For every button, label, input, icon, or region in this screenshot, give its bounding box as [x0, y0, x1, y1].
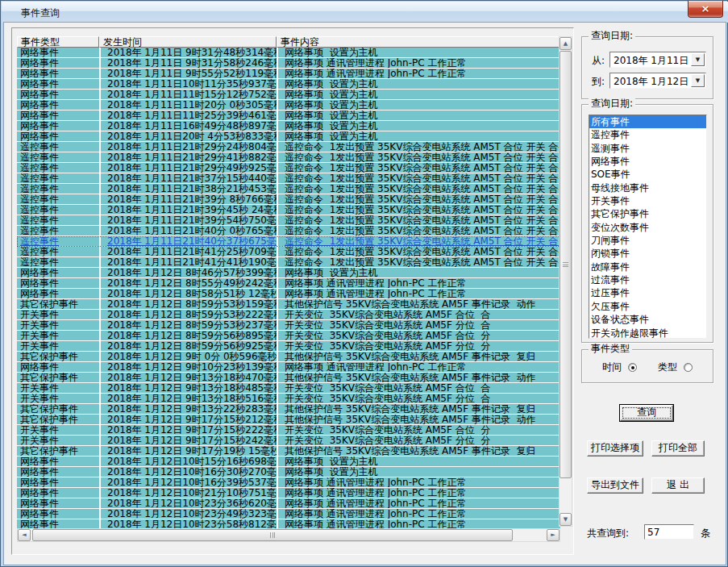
header-event-content[interactable]: 事件内容	[277, 36, 560, 48]
list-item[interactable]: 网络事件	[589, 155, 706, 168]
table-row[interactable]: 开关事件2018年 1月12日 8时59分53秒237毫秒开关变位 35KV综合…	[17, 320, 560, 331]
table-cell: 其它保护事件	[17, 404, 99, 414]
list-item[interactable]: 开关事件	[589, 194, 706, 207]
to-date-dropdown[interactable]: 2018年 1月12日 ▼	[609, 73, 706, 89]
table-row[interactable]: 开关事件2018年 1月12日 9时13分18秒516毫秒开关变位 35KV综合…	[17, 394, 560, 404]
table-row[interactable]: 网络事件2018年 1月12日10时23分58秒812毫秒网络事项 通讯管理进程…	[17, 519, 560, 528]
table-row[interactable]: 网络事件2018年 1月12日 8时55分49秒242毫秒网络事项 通讯管理进程…	[17, 278, 560, 289]
table-row[interactable]: 遥控事件2018年 1月11日21时41分41秒190毫秒遥控命令 1发出预置 …	[17, 257, 560, 268]
query-button[interactable]: 查询	[620, 405, 673, 421]
from-date-dropdown[interactable]: 2018年 1月11日 ▼	[609, 52, 706, 68]
list-item[interactable]: 过流事件	[589, 273, 706, 286]
table-row[interactable]: 网络事件2018年 1月12日10时23分49秒323毫秒网络事项 通讯管理进程…	[17, 509, 560, 519]
radio-time[interactable]: 时间	[602, 361, 637, 374]
table-row[interactable]: 网络事件2018年 1月11日10时11分35秒937毫秒网络事项 设置为主机	[17, 79, 560, 90]
header-event-type[interactable]: 事件类型	[17, 36, 99, 48]
radio-type-circle-icon[interactable]	[684, 363, 693, 372]
table-row[interactable]: 网络事件2018年 1月11日11时20分 0秒305毫秒网络事项 设置为主机	[17, 100, 560, 110]
table-row[interactable]: 遥控事件2018年 1月11日21时29分41秒882毫秒遥控命令 1发出预置 …	[17, 152, 560, 163]
table-row[interactable]: 网络事件2018年 1月11日20时 4分53秒833毫秒网络事项 设置为主机	[17, 131, 560, 142]
list-item[interactable]: 母线接地事件	[589, 181, 706, 194]
list-item[interactable]: 欠压事件	[589, 300, 706, 313]
event-query-window: 事件查询 × 事件类型 发生时间 事件内容 网络事件2018年 1月11日 9时…	[0, 0, 728, 567]
table-row[interactable]: 遥控事件2018年 1月11日21时39分 8秒766毫秒遥控命令 1发出预置 …	[17, 194, 560, 205]
horizontal-scrollbar[interactable]: ◄ ►	[17, 528, 560, 542]
table-row[interactable]: 网络事件2018年 1月12日 8时46分57秒399毫秒网络事项 设置为主机	[17, 268, 560, 278]
list-item[interactable]: 闭锁事件	[589, 247, 706, 260]
table-row[interactable]: 开关事件2018年 1月12日 9时17分15秒242毫秒开关变位 35KV综合…	[17, 436, 560, 446]
table-cell: 2018年 1月11日 9时31分58秒246毫秒	[99, 58, 277, 68]
table-row[interactable]: 其它保护事件2018年 1月12日 9时13分18秒470毫秒其他保护信号 35…	[17, 373, 560, 383]
table-row[interactable]: 网络事件2018年 1月12日 9时10分23秒139毫秒网络事项 通讯管理进程…	[17, 362, 560, 373]
radio-time-circle-icon[interactable]	[628, 363, 637, 372]
print-all-button[interactable]: 打印全部	[651, 440, 705, 457]
table-row[interactable]: 遥控事件2018年 1月11日21时41分25秒709毫秒遥控命令 1发出预置 …	[17, 247, 560, 257]
scroll-down-button[interactable]: ▼	[560, 513, 572, 526]
table-row[interactable]: 网络事件2018年 1月12日10时23分36秒620毫秒网络事项 通讯管理进程…	[17, 498, 560, 509]
header-occur-time[interactable]: 发生时间	[99, 36, 277, 48]
table-row[interactable]: 网络事件2018年 1月12日10时16分30秒270毫秒网络事项 设置为主机	[17, 467, 560, 477]
list-item[interactable]: 变位次数事件	[589, 221, 706, 234]
table-row[interactable]: 遥控事件2018年 1月11日21时38分21秒453毫秒遥控命令 1发出预置 …	[17, 184, 560, 194]
table-row[interactable]: 开关事件2018年 1月12日 9时17分15秒222毫秒开关变位 35KV综合…	[17, 425, 560, 436]
export-to-file-button[interactable]: 导出到文件	[587, 477, 643, 494]
list-item[interactable]: SOE事件	[589, 168, 706, 181]
table-cell: 网络事项 通讯管理进程 John-PC 工作正常	[277, 58, 560, 68]
table-row[interactable]: 网络事件2018年 1月11日 9时31分48秒314毫秒网络事项 设置为主机	[17, 48, 560, 58]
table-row[interactable]: 遥控事件2018年 1月11日21时29分24秒804毫秒遥控命令 1发出预置 …	[17, 142, 560, 152]
table-row[interactable]: 遥控事件2018年 1月11日21时40分 0秒765毫秒遥控命令 1发出预置 …	[17, 226, 560, 236]
title-bar[interactable]: 事件查询	[2, 2, 728, 23]
event-type-group-title: 事件类型	[589, 344, 632, 354]
table-row[interactable]: 其它保护事件2018年 1月12日 8时59分53秒159毫秒其他保护信号 35…	[17, 299, 560, 310]
vertical-scrollbar[interactable]: ▲ ▼	[559, 36, 572, 527]
scroll-up-button[interactable]: ▲	[560, 37, 572, 50]
event-type-listbox[interactable]: 所有事件遥控事件遥测事件网络事件SOE事件母线接地事件开关事件其它保护事件变位次…	[589, 115, 707, 339]
table-row[interactable]: 网络事件2018年 1月11日 9时55分52秒119毫秒网络事项 通讯管理进程…	[17, 69, 560, 79]
list-item[interactable]: 刀闸事件	[589, 234, 706, 247]
radio-type[interactable]: 类型	[658, 361, 693, 374]
table-row[interactable]: 遥控事件2018年 1月11日21时29分49秒925毫秒遥控命令 1发出预置 …	[17, 163, 560, 173]
exit-button[interactable]: 退 出	[651, 477, 705, 494]
vertical-scrollbar-thumb[interactable]	[560, 51, 572, 478]
table-row[interactable]: 网络事件2018年 1月12日 8时58分51秒 12毫秒网络事项 通讯管理进程…	[17, 289, 560, 299]
list-item[interactable]: 遥控事件	[589, 128, 706, 141]
table-row[interactable]: 遥控事件2018年 1月11日21时39分45秒 24毫秒遥控命令 1发出预置 …	[17, 205, 560, 215]
scroll-right-button[interactable]: ►	[547, 529, 560, 541]
close-button[interactable]: ×	[688, 1, 723, 18]
table-row[interactable]: 其它保护事件2018年 1月12日 9时17分19秒 15毫秒其他保护信号 35…	[17, 446, 560, 457]
table-row[interactable]: 开关事件2018年 1月12日 8时59分53秒222毫秒开关变位 35KV综合…	[17, 310, 560, 320]
table-row[interactable]: 开关事件2018年 1月12日 9时13分18秒485毫秒开关变位 35KV综合…	[17, 383, 560, 394]
scroll-left-button[interactable]: ◄	[18, 529, 31, 541]
table-row[interactable]: 其它保护事件2018年 1月12日 9时 0分 0秒596毫秒其他保护信号 35…	[17, 352, 560, 362]
list-item[interactable]: 过压事件	[589, 286, 706, 299]
horizontal-scrollbar-thumb[interactable]	[32, 529, 513, 541]
list-item[interactable]: 设备状态事件	[589, 313, 706, 326]
table-cell: 网络事项 通讯管理进程 John-PC 工作正常	[277, 278, 560, 288]
to-date-dropdown-arrow-icon[interactable]: ▼	[691, 74, 705, 87]
list-item[interactable]: 故障事件	[589, 261, 706, 273]
table-row[interactable]: 开关事件2018年 1月12日 8时59分56秒925毫秒开关变位 35KV综合…	[17, 341, 560, 352]
table-row[interactable]: 网络事件2018年 1月12日10时15分16秒698毫秒网络事项 设置为主机	[17, 457, 560, 467]
table-row[interactable]: 网络事件2018年 1月11日11时15分12秒752毫秒网络事项 设置为主机	[17, 90, 560, 100]
result-count-field[interactable]	[644, 524, 694, 540]
table-cell: 遥控事件	[17, 236, 99, 246]
list-item[interactable]: 遥测事件	[589, 142, 706, 155]
table-row[interactable]: 网络事件2018年 1月12日10时21分10秒751毫秒网络事项 通讯管理进程…	[17, 488, 560, 498]
from-date-dropdown-arrow-icon[interactable]: ▼	[691, 53, 705, 66]
table-row[interactable]: 网络事件2018年 1月11日 9时31分58秒246毫秒网络事项 通讯管理进程…	[17, 58, 560, 69]
print-selected-button[interactable]: 打印选择项	[587, 440, 643, 457]
table-row[interactable]: 网络事件2018年 1月11日11时25分39秒461毫秒网络事项 设置为主机	[17, 110, 560, 121]
list-item[interactable]: 开关动作越限事件	[589, 327, 706, 340]
table-row[interactable]: 遥控事件2018年 1月11日21时37分15秒440毫秒遥控命令 1发出预置 …	[17, 173, 560, 184]
list-item[interactable]: 其它保护事件	[589, 207, 706, 220]
result-count-unit: 条	[701, 527, 710, 539]
table-row[interactable]: 遥控事件2018年 1月11日21时39分54秒750毫秒遥控命令 1发出预置 …	[17, 215, 560, 226]
scroll-right-icon: ►	[551, 532, 555, 538]
table-row[interactable]: 网络事件2018年 1月11日16时49分48秒897毫秒网络事项 设置为主机	[17, 121, 560, 131]
table-row[interactable]: 其它保护事件2018年 1月12日 9时17分15秒212毫秒其他保护信号 35…	[17, 415, 560, 425]
list-item[interactable]: 所有事件	[589, 115, 706, 128]
table-row[interactable]: 网络事件2018年 1月12日10时16分39秒537毫秒网络事项 通讯管理进程…	[17, 477, 560, 488]
table-row[interactable]: 遥控事件2018年 1月11日21时40分37秒675毫秒遥控命令 1发出预置 …	[17, 236, 560, 247]
table-row[interactable]: 开关事件2018年 1月12日 8时59分56秒895毫秒开关变位 35KV综合…	[17, 331, 560, 341]
table-row[interactable]: 其它保护事件2018年 1月12日 9时13分22秒283毫秒其他保护信号 35…	[17, 404, 560, 415]
